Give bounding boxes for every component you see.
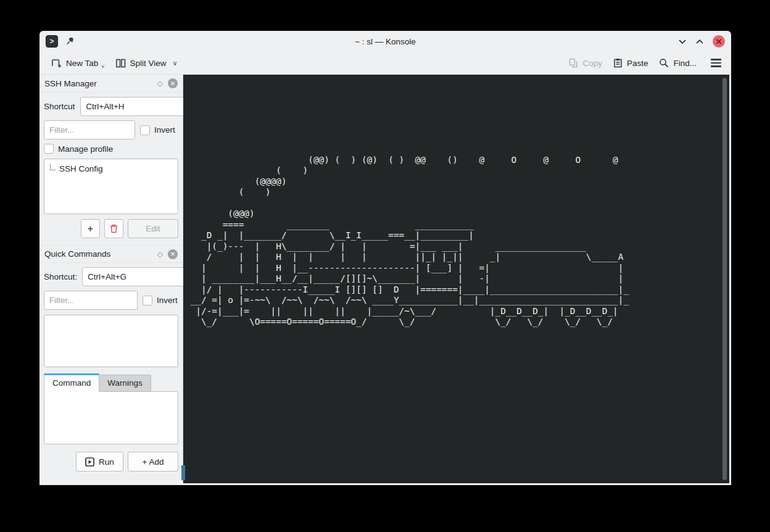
trash-icon [110,224,118,233]
ssh-invert-checkbox[interactable] [140,125,150,135]
konsole-app-icon[interactable]: > [46,35,58,48]
tab-command[interactable]: Command [44,373,99,392]
tab-warnings[interactable]: Warnings [99,375,151,391]
split-view-icon [116,59,126,68]
run-label: Run [99,457,114,467]
find-label: Find... [673,59,697,68]
window-title: ~ : sl — Konsole [39,37,731,46]
tree-item-ssh-config[interactable]: SSH Config [44,159,178,173]
qc-add-button[interactable]: + Add [128,452,178,472]
split-view-chevron-icon[interactable]: ∨ [173,59,178,67]
split-view-button[interactable]: Split View ∨ [112,56,182,71]
ssh-manager-header[interactable]: SSH Manager ◇ ✕ [39,75,183,93]
copy-label: Copy [582,59,602,68]
ssh-manager-title: SSH Manager [44,79,97,88]
paste-icon [613,58,623,68]
split-view-label: Split View [130,59,167,68]
sidebar: SSH Manager ◇ ✕ Shortcut Invert Manage p… [39,75,183,483]
copy-icon [569,58,578,68]
tree-item-label: SSH Config [59,164,103,173]
menu-button[interactable] [708,55,724,71]
sidebar-splitter-handle[interactable] [181,465,185,480]
manage-profile-checkbox[interactable] [44,144,54,154]
manage-profile-label: Manage profile [58,144,113,154]
find-button[interactable]: Find... [655,55,701,71]
close-panel-icon[interactable]: ✕ [168,78,178,88]
copy-button[interactable]: Copy [565,55,606,71]
qc-shortcut-label: Shortcut: [44,272,77,281]
qc-command-list[interactable] [44,315,178,367]
close-panel-icon[interactable]: ✕ [168,249,178,259]
paste-button[interactable]: Paste [609,55,653,71]
tree-branch-icon [50,164,56,170]
close-button[interactable]: ✕ [713,35,725,48]
new-tab-dropdown-icon[interactable]: ˅ [101,64,104,70]
search-icon [659,58,669,68]
float-panel-icon[interactable]: ◇ [157,250,163,259]
ssh-edit-button[interactable]: Edit [128,219,178,238]
new-tab-button[interactable]: New Tab ˅ [47,55,109,71]
ssh-invert-label: Invert [154,125,175,135]
maximize-button[interactable] [695,39,704,44]
qc-filter-input[interactable] [44,291,138,310]
qc-invert-label: Invert [157,296,178,305]
terminal-scrollbar[interactable] [722,78,727,480]
float-panel-icon[interactable]: ◇ [157,79,163,88]
terminal-output: (@@) ( ) (@) ( ) @@ () @ O @ O @ ( ) (@@… [183,75,729,328]
titlebar[interactable]: > ~ : sl — Konsole ✕ [39,31,731,52]
terminal-view[interactable]: (@@) ( ) (@) ( ) @@ () @ O @ O @ ( ) (@@… [183,75,729,483]
quick-commands-title: Quick Commands [44,249,110,259]
new-tab-icon [51,58,62,68]
ssh-config-tree[interactable]: SSH Config [44,159,178,214]
konsole-window: > ~ : sl — Konsole ✕ [39,31,731,485]
run-icon [85,457,94,467]
main-toolbar: New Tab ˅ Split View ∨ Copy [39,52,731,75]
ssh-delete-button[interactable] [104,219,123,238]
qc-tabbar: Command Warnings [44,373,178,391]
pin-icon[interactable] [65,36,75,46]
quick-commands-header[interactable]: Quick Commands ◇ ✕ [39,245,183,263]
qc-invert-checkbox[interactable] [143,296,152,305]
ssh-filter-input[interactable] [44,120,135,139]
new-tab-label: New Tab [66,59,98,68]
ssh-shortcut-label: Shortcut [44,102,75,111]
qc-run-button[interactable]: Run [76,452,123,472]
paste-label: Paste [627,59,648,68]
qc-command-editor[interactable] [44,391,178,444]
ssh-add-button[interactable]: + [81,219,100,238]
minimize-button[interactable] [678,39,687,44]
